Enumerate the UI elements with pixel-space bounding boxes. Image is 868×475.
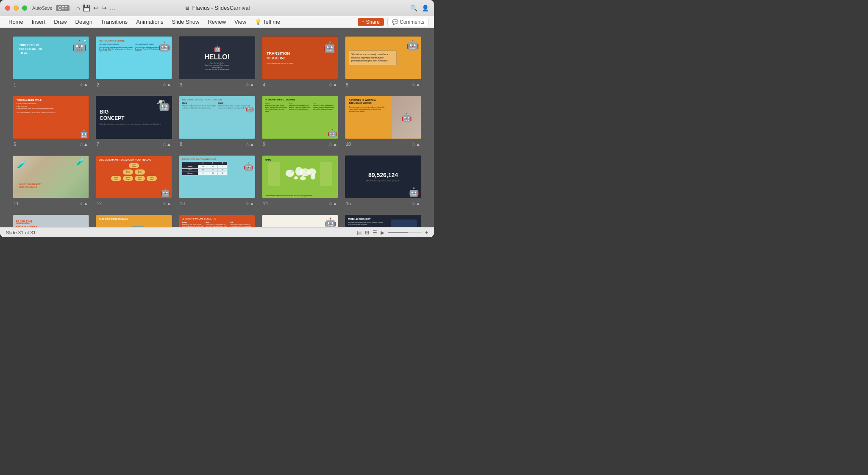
slide-wrapper-16: 89,526,124$ That's a lot of money 185,24… xyxy=(13,215,89,227)
slide-thumb-12[interactable]: USE DIAGRAMS TO EXPLAIN YOUR IDEAS Lorem… xyxy=(96,156,172,198)
slide-thumb-11[interactable]: 🧪 🧪 WANT BIG IMPACT?USE BIG IMAGE. xyxy=(13,156,89,198)
menu-draw[interactable]: Draw xyxy=(50,17,70,26)
slide-thumb-4[interactable]: TRANSITIONHEADLINE Let's start with the … xyxy=(262,36,338,79)
slide9-col3: Red Is the color of blood, and because o… xyxy=(313,102,335,112)
slide-number-4: 4 xyxy=(263,82,265,87)
slide13-cell-y-b: 20 xyxy=(208,165,217,168)
slide-thumb-8[interactable]: YOU CAN ALSO SPLIT YOUR CONTENT White Is… xyxy=(179,96,255,139)
slide-star-15[interactable]: ☆▲ xyxy=(412,201,420,206)
slide-star-2[interactable]: ☆▲ xyxy=(162,82,171,87)
slides-grid: THIS IS YOURPRESENTATIONTITLE 🤖 ✦ 1 ☆▲ I… xyxy=(13,36,421,227)
slide6-content: THIS IS A SLIDE TITLE ■ Here you have a … xyxy=(13,96,89,138)
slide-wrapper-17: OUR PROCESS IS EASY Vestibulum conguetem… xyxy=(96,215,172,227)
undo-icon[interactable]: ↩ xyxy=(93,4,99,12)
slide-thumb-5[interactable]: "Quotations are commonly printed as a me… xyxy=(345,36,421,79)
menu-transitions[interactable]: Transitions xyxy=(97,17,131,26)
menu-animations[interactable]: Animations xyxy=(133,17,167,26)
slide-numrow-6: 6 ☆▲ xyxy=(13,141,89,148)
statusbar: Slide 31 of 31 ▤ ⊞ ☰ ▶ + xyxy=(0,227,434,237)
window-title: 🖥 Flavius - SlidesCarnival xyxy=(184,5,250,11)
slides-panel[interactable]: THIS IS YOURPRESENTATIONTITLE 🤖 ✦ 1 ☆▲ I… xyxy=(0,28,434,227)
view-presenter-icon[interactable]: ▶ xyxy=(381,230,384,236)
slide-star-9[interactable]: ☆▲ xyxy=(328,142,337,147)
slide-star-14[interactable]: ☆▲ xyxy=(328,201,337,206)
slide9-col2: Blue Is the color of the clear sky and t… xyxy=(289,102,312,112)
slide-thumb-19[interactable]: 🤖 You can insert graphs from Excel or Go… xyxy=(262,215,338,227)
view-normal-icon[interactable]: ▤ xyxy=(357,230,362,236)
slide-thumb-14[interactable]: MAPS xyxy=(262,156,338,198)
slide11-text: WANT BIG IMPACT?USE BIG IMAGE. xyxy=(19,183,42,189)
slide9-col3-body: Is the color of blood, and because of th… xyxy=(313,105,335,111)
redo-icon[interactable]: ↪ xyxy=(101,4,107,12)
slide-thumb-9[interactable]: IN TWO OR THREE COLUMNS Yellow Is the co… xyxy=(262,96,338,139)
slide8-robot: 🤖 xyxy=(245,105,254,113)
slide-thumb-15[interactable]: 89,526,124 Whoa! That's a big number, ar… xyxy=(345,156,421,198)
slide-thumb-16[interactable]: 89,526,124$ That's a lot of money 185,24… xyxy=(13,215,89,227)
slide-star-10[interactable]: ☆▲ xyxy=(412,142,420,147)
slide-star-3[interactable]: ☆▲ xyxy=(245,82,254,87)
slide13-col-c: C xyxy=(217,162,227,165)
slide13-table: A B C Yellow 10 20 7 xyxy=(182,162,228,175)
slide8-col2-title: Black xyxy=(218,102,252,104)
zoom-plus-icon[interactable]: + xyxy=(425,230,428,236)
autosave-badge[interactable]: OFF xyxy=(56,5,70,11)
svg-point-9 xyxy=(306,170,306,171)
slide-star-12[interactable]: ☆▲ xyxy=(162,201,171,206)
slide-thumb-2[interactable]: INSTRUCTIONS FOR USE EDIT IN GOOGLE SLID… xyxy=(96,36,172,79)
more-icon[interactable]: … xyxy=(109,4,116,11)
account-icon[interactable]: 👤 xyxy=(422,5,429,11)
slide-star-4[interactable]: ☆▲ xyxy=(328,82,337,87)
menu-review[interactable]: Review xyxy=(204,17,229,26)
fullscreen-button[interactable] xyxy=(22,6,27,11)
slide9-col2-title: Blue xyxy=(289,102,312,104)
menu-tellme[interactable]: 💡 Tell me xyxy=(251,17,284,26)
slide-star-13[interactable]: ☆▲ xyxy=(245,201,254,206)
slide-numrow-11: 11 ☆▲ xyxy=(13,200,89,207)
slide-star-5[interactable]: ☆▲ xyxy=(412,82,420,87)
search-icon[interactable]: 🔍 xyxy=(410,5,417,11)
slide9-robot: 🤖 xyxy=(328,128,337,138)
slide-thumb-10[interactable]: A PICTURE IS WORTH A THOUSAND WORDS A co… xyxy=(345,96,421,139)
slide18-col2: Blue Is the color of the clear sky and t… xyxy=(206,221,228,227)
slide-thumb-18[interactable]: LET'S REVIEW SOME CONCEPTS Yellow Is the… xyxy=(179,215,255,227)
comments-button[interactable]: 💬 Comments xyxy=(387,18,429,26)
slide4-robot: 🤖 xyxy=(323,41,336,53)
close-button[interactable] xyxy=(5,6,10,11)
menu-home[interactable]: Home xyxy=(5,17,27,26)
slide13-cell-y-a: 10 xyxy=(198,165,208,168)
home-icon[interactable]: ⌂ xyxy=(76,4,80,11)
view-grid-icon[interactable]: ⊞ xyxy=(365,230,369,236)
slide-thumb-20[interactable]: MOBILE PROJECT Show and explain your web… xyxy=(345,215,421,227)
slide-star-6[interactable]: ☆▲ xyxy=(79,142,88,147)
statusbar-right: ▤ ⊞ ☰ ▶ + xyxy=(357,230,428,236)
slide-star-7[interactable]: ☆▲ xyxy=(162,142,171,147)
slide-thumb-6[interactable]: THIS IS A SLIDE TITLE ■ Here you have a … xyxy=(13,96,89,139)
share-button[interactable]: ↑ Share xyxy=(358,18,384,26)
minimize-button[interactable] xyxy=(14,6,19,11)
slide15-robot: 🤖 xyxy=(409,187,419,197)
slide-star-1[interactable]: ☆▲ xyxy=(79,82,88,87)
slide-star-11[interactable]: ☆▲ xyxy=(79,201,88,206)
slide12-robot: 🤖 xyxy=(161,188,170,197)
menu-insert[interactable]: Insert xyxy=(28,17,49,26)
autosave-label: AutoSave xyxy=(32,6,53,11)
slide16-stat1-value: 89,526,124$ xyxy=(16,220,86,223)
slide-thumb-13[interactable]: AND TABLES TO COMPARE DATA A B C xyxy=(179,156,255,198)
save-icon[interactable]: 💾 xyxy=(83,4,91,12)
slide-thumb-3[interactable]: 🤖 HELLO! I am Jayden SmithI am here beca… xyxy=(179,36,255,79)
slide-thumb-17[interactable]: OUR PROCESS IS EASY Vestibulum conguetem… xyxy=(96,215,172,227)
menu-slideshow[interactable]: Slide Show xyxy=(168,17,203,26)
slide12-box6: LoremIpsum xyxy=(135,176,145,181)
slide16-content: 89,526,124$ That's a lot of money 185,24… xyxy=(13,215,89,227)
view-outline-icon[interactable]: ☰ xyxy=(373,230,377,236)
zoom-slider[interactable] xyxy=(388,232,422,233)
slide18-col3: Red Is the color of blood, and because o… xyxy=(230,221,252,227)
menu-view[interactable]: View xyxy=(231,17,250,26)
slide19-robot: 🤖 xyxy=(325,217,336,227)
slide-thumb-1[interactable]: THIS IS YOURPRESENTATIONTITLE 🤖 ✦ xyxy=(13,36,89,79)
table-row: Yellow 10 20 7 xyxy=(182,165,228,168)
slide-star-8[interactable]: ☆▲ xyxy=(245,142,254,147)
menu-design[interactable]: Design xyxy=(72,17,96,26)
slide-thumb-7[interactable]: BIGCONCEPT Bring the attention of your a… xyxy=(96,96,172,139)
slide9-col2-body: Is the color of the clear sky and the de… xyxy=(289,105,312,111)
